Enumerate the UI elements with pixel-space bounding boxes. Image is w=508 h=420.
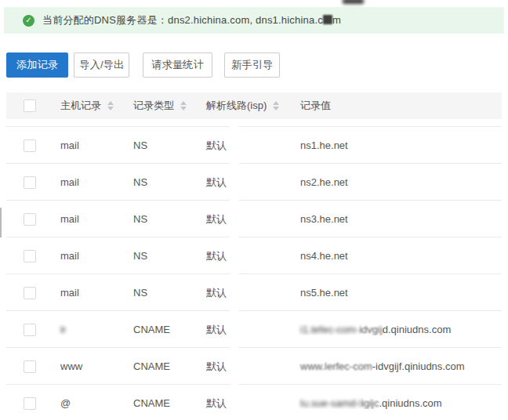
record-type-cell: CNAME: [123, 397, 196, 409]
line-cell: 默认: [196, 286, 290, 300]
line-cell: 默认: [196, 396, 290, 411]
row-checkbox-cell: [6, 287, 49, 299]
row-checkbox-cell: [6, 360, 49, 373]
table-body: mail NS 默认 ns1.he.net mail NS 默认 ns2.he.…: [6, 127, 502, 420]
dns-server-message-suffix: m: [332, 14, 341, 26]
blur-patch: [323, 15, 332, 24]
blurred-text: lr: [60, 324, 66, 335]
column-header-host[interactable]: 主机记录: [49, 99, 123, 113]
host-record-cell: mail: [49, 139, 123, 151]
table-row: www CNAME 默认 www.lerfec-com-idvgijf.qini…: [6, 348, 502, 385]
dns-server-banner: ✓ 当前分配的DNS服务器是：dns2.hichina.com, dns1.hi…: [4, 7, 504, 34]
host-record-cell: mail: [49, 213, 123, 225]
request-stats-button[interactable]: 请求量统计: [143, 52, 212, 78]
row-checkbox-cell: [6, 139, 49, 152]
value-text: mail: [60, 213, 79, 225]
record-type-cell: CNAME: [123, 324, 196, 335]
column-header-line[interactable]: 解析线路(isp): [196, 99, 290, 113]
column-header-host-label: 主机记录: [60, 99, 101, 113]
value-text: mail: [60, 250, 79, 262]
host-record-cell: mail: [49, 287, 123, 299]
table-row: lr CNAME 默认 i1.tefec-com-idvgijd.qiniudn…: [6, 311, 502, 348]
host-record-cell: lr: [49, 324, 123, 335]
sort-icon[interactable]: [107, 101, 114, 110]
table-row: mail NS 默认 ns3.he.net: [6, 201, 502, 237]
blurred-text: idvgij: [359, 324, 383, 335]
header-checkbox-cell: [6, 100, 49, 112]
record-value-cell: ns1.he.net: [290, 139, 502, 151]
host-record-cell: mail: [49, 250, 123, 262]
value-text: -idvgijf.qiniudns.com: [372, 360, 465, 372]
row-checkbox[interactable]: [24, 360, 36, 373]
row-checkbox-cell: [6, 176, 49, 189]
dns-records-table: 主机记录 记录类型 解析线路(isp) 记录值 mail NS 默认 ns1.h…: [6, 92, 502, 420]
column-header-line-label: 解析线路(isp): [206, 99, 267, 113]
column-header-type-label: 记录类型: [133, 99, 174, 113]
blurred-text: i1.tefec-com-: [300, 324, 359, 335]
scrollbar-fragment: [0, 208, 2, 237]
line-cell: 默认: [196, 176, 290, 190]
value-text: ns2.he.net: [300, 176, 348, 188]
row-checkbox-cell: [6, 250, 49, 262]
column-header-type[interactable]: 记录类型: [123, 99, 196, 113]
check-circle-icon: ✓: [23, 15, 34, 27]
beginner-guide-button[interactable]: 新手引导: [224, 52, 280, 78]
row-checkbox[interactable]: [24, 139, 36, 152]
table-row: mail NS 默认 ns1.he.net: [6, 127, 502, 164]
line-cell: 默认: [196, 139, 290, 153]
blurred-text: lu.sue-samd-l: [300, 397, 361, 409]
row-checkbox-cell: [6, 213, 49, 226]
value-text: mail: [60, 287, 79, 299]
add-record-button[interactable]: 添加记录: [6, 52, 68, 78]
record-value-cell: ns5.he.net: [290, 287, 502, 299]
record-value-cell: lu.sue-samd-ligijc.qiniudns.com: [290, 397, 502, 409]
column-header-value: 记录值: [290, 99, 502, 113]
record-type-cell: NS: [123, 176, 196, 188]
record-value-cell: ns4.he.net: [290, 250, 502, 262]
table-row: mail NS 默认 ns4.he.net: [6, 237, 502, 274]
dns-server-message: 当前分配的DNS服务器是：dns2.hichina.com, dns1.hich…: [42, 13, 341, 27]
value-text: @: [60, 397, 71, 409]
value-text: mail: [60, 139, 79, 151]
value-text: mail: [60, 176, 79, 188]
sort-icon[interactable]: [273, 101, 279, 110]
table-row: mail NS 默认 ns2.he.net: [6, 164, 502, 201]
record-type-cell: NS: [123, 213, 196, 225]
line-cell: 默认: [196, 323, 290, 337]
blurred-text: www.lerfec-com: [300, 360, 372, 372]
record-type-cell: NS: [123, 250, 196, 262]
record-value-cell: i1.tefec-com-idvgijd.qiniudns.com: [290, 324, 502, 335]
line-cell: 默认: [196, 212, 290, 226]
column-header-value-label: 记录值: [300, 99, 331, 113]
record-type-cell: NS: [123, 287, 196, 299]
record-type-cell: NS: [123, 139, 196, 151]
row-checkbox[interactable]: [24, 287, 36, 299]
table-header-row: 主机记录 记录类型 解析线路(isp) 记录值: [6, 92, 502, 119]
row-checkbox-cell: [6, 397, 49, 410]
dns-server-message-prefix: 当前分配的DNS服务器是：dns2.hichina.com, dns1.hich…: [42, 14, 323, 26]
table-row: mail NS 默认 ns5.he.net: [6, 274, 502, 311]
blurred-text: igijc: [361, 397, 379, 409]
row-checkbox[interactable]: [24, 250, 36, 262]
value-text: ns4.he.net: [300, 250, 348, 262]
value-text: d.qiniudns.com: [383, 324, 451, 335]
records-toolbar: 添加记录 导入/导出 请求量统计 新手引导: [6, 52, 280, 78]
host-record-cell: mail: [49, 176, 123, 188]
dns-records-page: ✓ 当前分配的DNS服务器是：dns2.hichina.com, dns1.hi…: [0, 0, 508, 420]
record-type-cell: CNAME: [123, 360, 196, 372]
row-checkbox[interactable]: [24, 213, 36, 226]
import-export-button[interactable]: 导入/导出: [74, 52, 129, 78]
row-checkbox[interactable]: [24, 324, 36, 336]
sort-icon[interactable]: [180, 101, 187, 110]
row-checkbox[interactable]: [24, 397, 36, 410]
line-cell: 默认: [196, 249, 290, 263]
record-value-cell: ns3.he.net: [290, 213, 502, 225]
row-checkbox-cell: [6, 324, 49, 336]
value-text: ns5.he.net: [300, 287, 348, 299]
record-value-cell: www.lerfec-com-idvgijf.qiniudns.com: [290, 360, 502, 372]
blur-artifact: [343, 0, 364, 4]
value-text: .qiniudns.com: [379, 397, 441, 409]
row-checkbox[interactable]: [24, 176, 36, 189]
select-all-checkbox[interactable]: [24, 100, 36, 112]
host-record-cell: www: [49, 360, 123, 372]
